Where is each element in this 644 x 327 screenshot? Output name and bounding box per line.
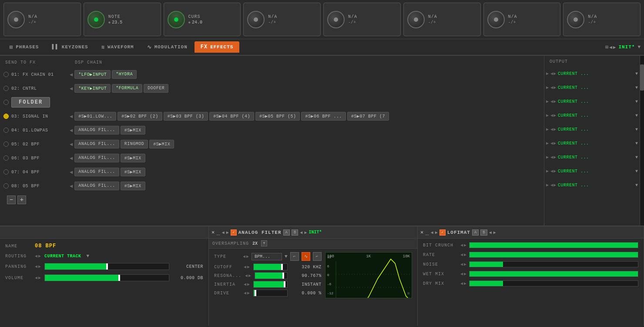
panning-slider[interactable] [44,263,169,270]
output-prev-4[interactable]: ◀ [550,113,553,118]
output-dd-2[interactable]: ▼ [635,85,638,90]
drive-slider[interactable] [253,290,288,297]
right-preset-prev[interactable]: ◀ [489,230,492,235]
output-dd-5[interactable]: ▼ [635,127,638,132]
wet-mix-next[interactable]: ▶ [464,271,466,276]
rate-slider[interactable] [469,252,638,258]
output-prev-5[interactable]: ◀ [550,127,553,132]
row-arrow-4[interactable]: ◀ [70,113,73,120]
knob-4[interactable] [247,11,265,28]
chip-smix-3[interactable]: #S▶MIX [121,154,145,162]
resonance-prev[interactable]: ◀ [245,273,248,278]
chip-s07[interactable]: #S▶07 BPF (7 [347,112,389,121]
panning-next[interactable]: ▶ [38,264,41,269]
mid-next-btn[interactable]: ▶ [226,230,229,235]
chip-analog-1[interactable]: ANALOG FIL... [74,126,119,135]
prev-preset-btn[interactable]: ◀ [609,44,612,50]
chip-analog-5[interactable]: ANALOG FIL... [74,182,119,190]
right-next-btn[interactable]: ▶ [435,230,438,235]
chip-analog-4[interactable]: ANALOG FIL... [74,168,119,176]
cutoff-slider[interactable] [253,263,288,270]
output-prev-7[interactable]: ◀ [550,155,553,160]
scrollbar-thumb[interactable] [640,64,644,91]
tab-modulation[interactable]: ∿ MODULATION [141,41,194,53]
output-play-8[interactable]: ▶ [546,169,549,174]
bit-crunch-prev[interactable]: ◀ [460,243,463,248]
output-next-3[interactable]: ▶ [553,99,556,104]
mid-tag-a[interactable]: A [283,229,290,236]
mid-prev-btn[interactable]: ◀ [222,230,225,235]
output-play-9[interactable]: ▶ [546,182,549,188]
knob-3[interactable] [164,7,188,32]
inertia-prev[interactable]: ◀ [244,282,246,287]
volume-slider[interactable] [44,274,169,281]
output-play-3[interactable]: ▶ [546,99,549,104]
bit-crunch-slider[interactable] [469,242,638,248]
knob-1[interactable] [7,11,25,28]
right-enable-checkbox[interactable]: ✓ [439,229,446,236]
mid-tag-b[interactable]: B [292,229,298,236]
output-play-1[interactable]: ▶ [546,71,549,76]
chip-smix-5[interactable]: #S▶MIX [121,182,145,190]
output-dd-3[interactable]: ▼ [635,99,638,104]
chip-ringmod[interactable]: RINGMOD [121,140,148,148]
drive-prev[interactable]: ◀ [244,290,246,296]
output-next-6[interactable]: ▶ [553,141,556,146]
mid-enable-checkbox[interactable]: ✓ [231,229,237,236]
output-next-4[interactable]: ▶ [553,113,556,118]
output-next-9[interactable]: ▶ [553,182,556,188]
output-dd-9[interactable]: ▼ [635,183,638,188]
preset-dropdown-arrow[interactable]: ▼ [637,44,641,50]
volume-prev[interactable]: ◀ [35,275,37,280]
add-btn[interactable]: + [17,196,26,204]
output-prev-1[interactable]: ◀ [550,71,553,76]
oversampling-dropdown[interactable]: ▼ [261,240,267,246]
type-btn-3[interactable]: ⌐ [313,252,322,261]
mid-preset-prev[interactable]: ◀ [300,230,302,235]
bit-crunch-next[interactable]: ▶ [464,243,466,248]
output-prev-2[interactable]: ◀ [550,85,553,90]
chip-smix-1[interactable]: #S▶MIX [121,126,145,135]
right-preset-next[interactable]: ▶ [493,230,496,235]
tab-keyzones[interactable]: ▌▌ KEYZONES [46,41,94,53]
chip-hydra[interactable]: *HYDRA [112,70,137,79]
inertia-slider[interactable] [253,281,288,288]
output-play-4[interactable]: ▶ [546,113,549,118]
rate-next[interactable]: ▶ [464,252,466,257]
right-close-btn[interactable]: ✕ [420,229,423,236]
inertia-next[interactable]: ▶ [247,282,250,287]
output-dd-1[interactable]: ▼ [635,71,638,76]
noise-next[interactable]: ▶ [464,262,466,267]
wet-mix-slider[interactable] [469,271,638,277]
row-arrow-2[interactable]: ◀ [70,85,73,92]
resonance-next[interactable]: ▶ [248,273,251,278]
chip-s06[interactable]: #S▶06 BPF ... [301,112,346,121]
output-prev-6[interactable]: ◀ [550,141,553,146]
row-arrow-7[interactable]: ◀ [70,155,73,162]
type-dropdown[interactable]: BPM... [252,253,282,260]
output-dd-4[interactable]: ▼ [635,113,638,118]
output-dd-6[interactable]: ▼ [635,141,638,146]
output-dd-8[interactable]: ▼ [635,169,638,174]
type-next[interactable]: ▶ [246,254,249,259]
panning-prev[interactable]: ◀ [35,264,37,269]
row-arrow-6[interactable]: ◀ [70,141,73,148]
output-prev-8[interactable]: ◀ [550,169,553,174]
type-dd-arrow[interactable]: ▼ [285,254,288,259]
chip-doofer[interactable]: DOOFER [144,84,168,93]
routing-prev[interactable]: ◀ [35,253,37,259]
type-prev[interactable]: ◀ [243,254,245,259]
routing-dropdown[interactable]: ▼ [87,253,90,259]
noise-slider[interactable] [469,261,638,267]
chip-key-input[interactable]: *KEY▶INPUT [74,84,111,93]
rate-prev[interactable]: ◀ [460,252,463,257]
resonance-slider[interactable] [255,272,288,279]
knob-2[interactable] [87,11,105,28]
row-arrow-9[interactable]: ◀ [70,183,73,189]
chip-smix-4[interactable]: #S▶MIX [121,168,145,176]
next-preset-btn[interactable]: ▶ [613,44,616,50]
output-next-5[interactable]: ▶ [553,127,556,132]
routing-next[interactable]: ▶ [38,253,41,259]
output-prev-9[interactable]: ◀ [550,182,553,188]
volume-next[interactable]: ▶ [38,275,41,280]
